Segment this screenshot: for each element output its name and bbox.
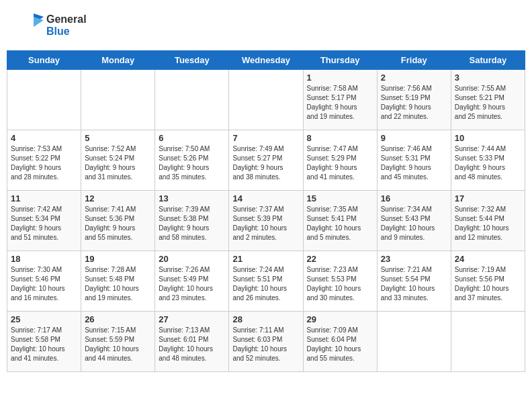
day-info: Sunrise: 7:49 AM Sunset: 5:27 PM Dayligh… [232, 144, 299, 182]
day-number: 11 [11, 193, 77, 203]
day-number: 2 [381, 73, 447, 83]
day-info: Sunrise: 7:55 AM Sunset: 5:21 PM Dayligh… [455, 84, 521, 122]
day-info: Sunrise: 7:26 AM Sunset: 5:49 PM Dayligh… [159, 265, 225, 303]
day-number: 14 [232, 193, 299, 203]
day-number: 17 [455, 193, 521, 203]
calendar-cell: 25Sunrise: 7:17 AM Sunset: 5:58 PM Dayli… [7, 312, 81, 372]
day-number: 24 [455, 254, 521, 264]
calendar-cell: 18Sunrise: 7:30 AM Sunset: 5:46 PM Dayli… [7, 251, 81, 312]
day-number: 26 [85, 314, 151, 324]
day-number: 15 [307, 193, 373, 203]
calendar-cell: 7Sunrise: 7:49 AM Sunset: 5:27 PM Daylig… [229, 130, 303, 191]
weekday-header-monday: Monday [81, 51, 155, 70]
calendar-cell: 11Sunrise: 7:42 AM Sunset: 5:34 PM Dayli… [7, 191, 81, 251]
day-number: 9 [381, 133, 447, 143]
calendar-cell: 5Sunrise: 7:52 AM Sunset: 5:24 PM Daylig… [81, 130, 155, 191]
calendar-cell: 2Sunrise: 7:56 AM Sunset: 5:19 PM Daylig… [377, 70, 451, 130]
calendar-cell: 23Sunrise: 7:21 AM Sunset: 5:54 PM Dayli… [377, 251, 451, 312]
day-info: Sunrise: 7:58 AM Sunset: 5:17 PM Dayligh… [307, 84, 373, 122]
day-number: 16 [381, 193, 447, 203]
day-info: Sunrise: 7:47 AM Sunset: 5:29 PM Dayligh… [307, 144, 373, 182]
day-number: 10 [455, 133, 521, 143]
day-number: 18 [11, 254, 77, 264]
calendar-cell: 28Sunrise: 7:11 AM Sunset: 6:03 PM Dayli… [229, 312, 303, 372]
day-info: Sunrise: 7:42 AM Sunset: 5:34 PM Dayligh… [11, 205, 77, 242]
weekday-header-wednesday: Wednesday [229, 51, 303, 70]
day-number: 5 [85, 133, 151, 143]
day-info: Sunrise: 7:50 AM Sunset: 5:26 PM Dayligh… [159, 144, 225, 182]
calendar-cell [377, 312, 451, 372]
day-number: 20 [159, 254, 225, 264]
day-info: Sunrise: 7:15 AM Sunset: 5:59 PM Dayligh… [85, 326, 151, 363]
calendar-cell: 3Sunrise: 7:55 AM Sunset: 5:21 PM Daylig… [451, 70, 525, 130]
calendar-cell: 10Sunrise: 7:44 AM Sunset: 5:33 PM Dayli… [451, 130, 525, 191]
day-info: Sunrise: 7:30 AM Sunset: 5:46 PM Dayligh… [11, 265, 77, 303]
day-info: Sunrise: 7:09 AM Sunset: 6:04 PM Dayligh… [307, 326, 373, 363]
day-info: Sunrise: 7:53 AM Sunset: 5:22 PM Dayligh… [11, 144, 77, 182]
weekday-header-saturday: Saturday [451, 51, 525, 70]
calendar-body: 1Sunrise: 7:58 AM Sunset: 5:17 PM Daylig… [7, 70, 525, 372]
calendar-week-row: 25Sunrise: 7:17 AM Sunset: 5:58 PM Dayli… [7, 312, 525, 372]
calendar-cell: 22Sunrise: 7:23 AM Sunset: 5:53 PM Dayli… [303, 251, 377, 312]
day-info: Sunrise: 7:46 AM Sunset: 5:31 PM Dayligh… [381, 144, 447, 182]
calendar-week-row: 4Sunrise: 7:53 AM Sunset: 5:22 PM Daylig… [7, 130, 525, 191]
calendar-cell: 14Sunrise: 7:37 AM Sunset: 5:39 PM Dayli… [229, 191, 303, 251]
calendar-cell [155, 70, 229, 130]
calendar-cell [7, 70, 81, 130]
weekday-header-row: SundayMondayTuesdayWednesdayThursdayFrid… [7, 51, 525, 70]
calendar-cell: 24Sunrise: 7:19 AM Sunset: 5:56 PM Dayli… [451, 251, 525, 312]
weekday-header-sunday: Sunday [7, 51, 81, 70]
calendar-week-row: 1Sunrise: 7:58 AM Sunset: 5:17 PM Daylig… [7, 70, 525, 130]
day-info: Sunrise: 7:17 AM Sunset: 5:58 PM Dayligh… [11, 326, 77, 363]
day-info: Sunrise: 7:24 AM Sunset: 5:51 PM Dayligh… [232, 265, 299, 303]
calendar-cell: 6Sunrise: 7:50 AM Sunset: 5:26 PM Daylig… [155, 130, 229, 191]
day-number: 8 [307, 133, 373, 143]
day-number: 28 [232, 314, 299, 324]
logo: GeneralBlue [13, 10, 87, 40]
day-number: 25 [11, 314, 77, 324]
day-number: 6 [159, 133, 225, 143]
weekday-header-tuesday: Tuesday [155, 51, 229, 70]
calendar-table: SundayMondayTuesdayWednesdayThursdayFrid… [7, 50, 525, 372]
day-info: Sunrise: 7:34 AM Sunset: 5:43 PM Dayligh… [381, 205, 447, 242]
logo-icon [13, 10, 44, 40]
calendar-cell [451, 312, 525, 372]
day-info: Sunrise: 7:41 AM Sunset: 5:36 PM Dayligh… [85, 205, 151, 242]
day-info: Sunrise: 7:11 AM Sunset: 6:03 PM Dayligh… [232, 326, 299, 363]
logo-text-block: GeneralBlue [46, 13, 87, 38]
day-number: 4 [11, 133, 77, 143]
day-info: Sunrise: 7:44 AM Sunset: 5:33 PM Dayligh… [455, 144, 521, 182]
logo-blue: Blue [46, 26, 87, 38]
day-number: 23 [381, 254, 447, 264]
calendar-cell: 1Sunrise: 7:58 AM Sunset: 5:17 PM Daylig… [303, 70, 377, 130]
calendar-cell: 8Sunrise: 7:47 AM Sunset: 5:29 PM Daylig… [303, 130, 377, 191]
calendar-cell: 17Sunrise: 7:32 AM Sunset: 5:44 PM Dayli… [451, 191, 525, 251]
calendar-cell: 12Sunrise: 7:41 AM Sunset: 5:36 PM Dayli… [81, 191, 155, 251]
calendar-cell: 27Sunrise: 7:13 AM Sunset: 6:01 PM Dayli… [155, 312, 229, 372]
day-number: 19 [85, 254, 151, 264]
page-header: GeneralBlue [7, 7, 525, 44]
day-info: Sunrise: 7:19 AM Sunset: 5:56 PM Dayligh… [455, 265, 521, 303]
day-info: Sunrise: 7:37 AM Sunset: 5:39 PM Dayligh… [232, 205, 299, 242]
calendar-cell: 13Sunrise: 7:39 AM Sunset: 5:38 PM Dayli… [155, 191, 229, 251]
day-number: 12 [85, 193, 151, 203]
calendar-cell: 26Sunrise: 7:15 AM Sunset: 5:59 PM Dayli… [81, 312, 155, 372]
day-info: Sunrise: 7:39 AM Sunset: 5:38 PM Dayligh… [159, 205, 225, 242]
calendar-cell: 9Sunrise: 7:46 AM Sunset: 5:31 PM Daylig… [377, 130, 451, 191]
calendar-cell: 19Sunrise: 7:28 AM Sunset: 5:48 PM Dayli… [81, 251, 155, 312]
calendar-cell: 16Sunrise: 7:34 AM Sunset: 5:43 PM Dayli… [377, 191, 451, 251]
day-number: 1 [307, 73, 373, 83]
calendar-cell: 29Sunrise: 7:09 AM Sunset: 6:04 PM Dayli… [303, 312, 377, 372]
weekday-header-friday: Friday [377, 51, 451, 70]
day-info: Sunrise: 7:32 AM Sunset: 5:44 PM Dayligh… [455, 205, 521, 242]
day-number: 27 [159, 314, 225, 324]
calendar-cell: 20Sunrise: 7:26 AM Sunset: 5:49 PM Dayli… [155, 251, 229, 312]
calendar-cell [229, 70, 303, 130]
calendar-week-row: 11Sunrise: 7:42 AM Sunset: 5:34 PM Dayli… [7, 191, 525, 251]
calendar-cell: 21Sunrise: 7:24 AM Sunset: 5:51 PM Dayli… [229, 251, 303, 312]
day-info: Sunrise: 7:52 AM Sunset: 5:24 PM Dayligh… [85, 144, 151, 182]
day-number: 21 [232, 254, 299, 264]
day-info: Sunrise: 7:35 AM Sunset: 5:41 PM Dayligh… [307, 205, 373, 242]
day-info: Sunrise: 7:13 AM Sunset: 6:01 PM Dayligh… [159, 326, 225, 363]
calendar-cell: 15Sunrise: 7:35 AM Sunset: 5:41 PM Dayli… [303, 191, 377, 251]
